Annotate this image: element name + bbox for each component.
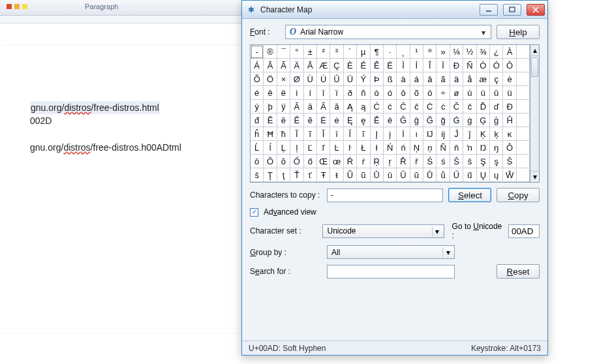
char-cell[interactable]: ģ: [490, 114, 503, 127]
char-cell[interactable]: Ų: [477, 168, 490, 182]
char-cell[interactable]: ŀ: [344, 141, 357, 155]
char-cell[interactable]: ö: [423, 86, 436, 100]
char-cell[interactable]: À: [503, 45, 516, 59]
char-cell[interactable]: Á: [251, 59, 264, 72]
char-cell[interactable]: ĩ: [304, 127, 317, 141]
char-cell[interactable]: ð: [344, 86, 357, 100]
char-cell[interactable]: Ó: [490, 59, 503, 72]
char-cell[interactable]: ų: [490, 168, 503, 182]
char-cell[interactable]: Ř: [397, 155, 410, 168]
char-cell[interactable]: ¶: [371, 45, 384, 59]
char-cell[interactable]: ü: [503, 86, 516, 100]
char-cell[interactable]: Ō: [503, 141, 516, 155]
char-cell[interactable]: Ŋ: [477, 141, 490, 155]
char-cell[interactable]: đ: [251, 114, 264, 127]
maximize-button[interactable]: [503, 4, 521, 16]
char-cell[interactable]: [517, 168, 530, 182]
char-cell[interactable]: ů: [436, 168, 450, 182]
char-cell[interactable]: ·: [384, 45, 397, 59]
char-cell[interactable]: Į: [371, 127, 384, 141]
char-cell[interactable]: Ņ: [410, 141, 423, 155]
char-cell[interactable]: Č: [450, 100, 463, 114]
char-cell[interactable]: ń: [397, 141, 410, 155]
char-cell[interactable]: Ć: [371, 100, 384, 114]
char-cell[interactable]: ä: [450, 72, 463, 86]
char-cell[interactable]: Û: [330, 72, 343, 86]
char-cell[interactable]: Ď: [477, 100, 490, 114]
char-cell[interactable]: ý: [251, 100, 264, 114]
char-cell[interactable]: Ç: [330, 59, 343, 72]
char-cell[interactable]: [517, 114, 530, 127]
char-cell[interactable]: Ė: [317, 114, 330, 127]
char-cell[interactable]: Ě: [371, 114, 384, 127]
char-cell[interactable]: ŉ: [463, 141, 476, 155]
char-cell[interactable]: ķ: [490, 127, 503, 141]
char-cell[interactable]: ī: [330, 127, 343, 141]
char-cell[interactable]: È: [344, 59, 357, 72]
char-cell[interactable]: ŗ: [384, 155, 397, 168]
char-cell[interactable]: ū: [384, 168, 397, 182]
char-cell[interactable]: à: [397, 72, 410, 86]
char-cell[interactable]: å: [463, 72, 476, 86]
char-cell[interactable]: Ň: [436, 141, 450, 155]
char-cell[interactable]: Ť: [290, 168, 303, 182]
char-cell[interactable]: ţ: [277, 168, 290, 182]
char-cell[interactable]: ¾: [477, 45, 490, 59]
char-cell[interactable]: ą: [357, 100, 370, 114]
char-cell[interactable]: Ĺ: [251, 141, 264, 155]
char-cell[interactable]: Ĭ: [344, 127, 357, 141]
char-cell[interactable]: Ô: [503, 59, 516, 72]
char-cell[interactable]: Ã: [277, 59, 290, 72]
char-cell[interactable]: ď: [490, 100, 503, 114]
char-cell[interactable]: Ą: [344, 100, 357, 114]
char-cell[interactable]: ă: [330, 100, 343, 114]
char-cell[interactable]: ř: [410, 155, 423, 168]
char-cell[interactable]: ÿ: [277, 100, 290, 114]
char-cell[interactable]: ŕ: [357, 155, 370, 168]
char-cell[interactable]: ğ: [436, 114, 450, 127]
char-cell[interactable]: Ś: [423, 155, 436, 168]
char-cell[interactable]: ę: [357, 114, 370, 127]
char-cell[interactable]: ¼: [450, 45, 463, 59]
char-cell[interactable]: ō: [251, 155, 264, 168]
char-cell[interactable]: Ā: [290, 100, 303, 114]
char-cell[interactable]: Æ: [317, 59, 330, 72]
char-cell[interactable]: Ĕ: [290, 114, 303, 127]
goto-unicode-input[interactable]: [508, 224, 540, 238]
char-cell[interactable]: Ũ: [344, 168, 357, 182]
char-cell[interactable]: ê: [264, 86, 277, 100]
char-cell[interactable]: Å: [304, 59, 317, 72]
titlebar[interactable]: ✱ Character Map: [242, 1, 547, 19]
char-cell[interactable]: ũ: [357, 168, 370, 182]
char-cell[interactable]: º: [423, 45, 436, 59]
char-cell[interactable]: ġ: [463, 114, 476, 127]
char-cell[interactable]: ű: [463, 168, 476, 182]
close-button[interactable]: [527, 4, 545, 16]
char-cell[interactable]: Ħ: [264, 127, 277, 141]
char-cell[interactable]: õ: [410, 86, 423, 100]
char-cell[interactable]: ú: [477, 86, 490, 100]
char-cell[interactable]: Ŕ: [344, 155, 357, 168]
advanced-view-checkbox[interactable]: ✓: [250, 208, 258, 217]
char-cell[interactable]: ã: [436, 72, 450, 86]
char-cell[interactable]: Ū: [371, 168, 384, 182]
help-button[interactable]: Help: [497, 25, 540, 39]
chars-to-copy-input[interactable]: [327, 189, 443, 202]
char-cell[interactable]: Ŧ: [317, 168, 330, 182]
char-cell[interactable]: [517, 100, 530, 114]
char-cell[interactable]: Â: [264, 59, 277, 72]
char-cell[interactable]: ŏ: [277, 155, 290, 168]
char-cell[interactable]: Ì: [397, 59, 410, 72]
char-cell[interactable]: š: [251, 168, 264, 182]
char-cell[interactable]: ù: [463, 86, 476, 100]
font-select[interactable]: O Arial Narrow ▾: [285, 25, 491, 39]
char-cell[interactable]: ¹: [410, 45, 423, 59]
char-cell[interactable]: ĝ: [410, 114, 423, 127]
char-cell[interactable]: ³: [330, 45, 343, 59]
char-cell[interactable]: Þ: [371, 72, 384, 86]
char-cell[interactable]: ¯: [277, 45, 290, 59]
char-cell[interactable]: [517, 86, 530, 100]
char-cell[interactable]: ň: [450, 141, 463, 155]
char-cell[interactable]: ļ: [290, 141, 303, 155]
char-cell[interactable]: Ķ: [477, 127, 490, 141]
